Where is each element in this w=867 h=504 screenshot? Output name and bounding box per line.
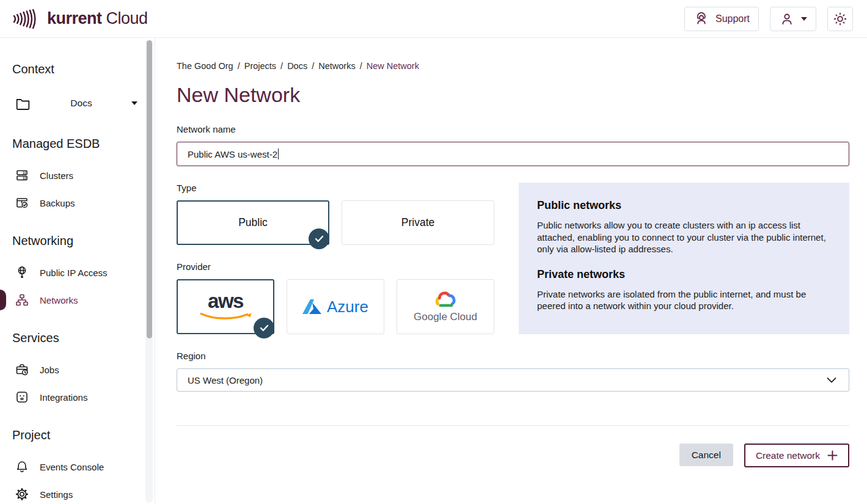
gear-icon (15, 487, 29, 502)
selected-check-badge (309, 228, 329, 249)
form-actions: Cancel Create network (177, 444, 849, 467)
sidebar-item-events-console[interactable]: Events Console (0, 458, 155, 476)
sidebar-heading-networking: Networking (12, 234, 155, 248)
sidebar-section-networking: Networking Public IP Access (0, 234, 155, 309)
sidebar: Context Docs Managed ESDB (0, 38, 155, 504)
check-icon (315, 235, 324, 243)
sidebar-item-label: Settings (40, 489, 73, 500)
page-title: New Network (177, 83, 849, 107)
context-project-selector[interactable]: Docs (15, 92, 137, 115)
theme-toggle-button[interactable] (827, 7, 853, 31)
network-name-value: Public AWS us-west-2 (188, 149, 277, 159)
type-label: Type (177, 183, 494, 193)
sidebar-item-label: Networks (40, 295, 78, 305)
region-label: Region (177, 351, 849, 361)
sidebar-item-label: Backups (40, 198, 75, 208)
user-icon (779, 11, 795, 27)
sidebar-item-networks[interactable]: Networks (0, 291, 155, 309)
provider-option-google-cloud[interactable]: Google Cloud (397, 279, 494, 334)
sidebar-item-clusters[interactable]: Clusters (0, 166, 155, 184)
breadcrumb: The Good Org/Projects/Docs/Networks/New … (177, 61, 849, 71)
breadcrumb-project-docs[interactable]: Docs (287, 61, 307, 71)
sidebar-section-context: Context Docs (0, 62, 155, 115)
azure-logo-text: Azure (327, 298, 368, 316)
create-network-button[interactable]: Create network (744, 444, 849, 467)
bell-icon (15, 459, 29, 474)
info-heading-private: Private networks (537, 268, 831, 281)
briefcase-clock-icon (15, 362, 29, 377)
active-indicator (0, 290, 6, 310)
aws-swoosh-icon (199, 312, 252, 321)
logo-wordmark: kurrentCloud (47, 9, 148, 28)
google-cloud-logo-text: Google Cloud (414, 311, 477, 323)
sun-icon (832, 11, 848, 27)
sidebar-item-settings[interactable]: Settings (0, 485, 155, 503)
sidebar-item-integrations[interactable]: Integrations (0, 388, 155, 406)
selected-check-badge (254, 318, 274, 338)
region-block: Region US West (Oregon) (177, 351, 849, 392)
sidebar-heading-services: Services (12, 331, 155, 345)
sidebar-heading-managed-esdb: Managed ESDB (12, 137, 155, 151)
top-bar: kurrentCloud Support (0, 0, 867, 38)
sidebar-item-label: Integrations (40, 392, 87, 403)
backups-icon (15, 195, 29, 210)
sidebar-item-label: Public IP Access (40, 268, 108, 278)
sidebar-item-label: Events Console (40, 462, 104, 472)
network-name-input[interactable]: Public AWS us-west-2 (177, 142, 849, 166)
breadcrumb-projects[interactable]: Projects (244, 61, 276, 71)
sidebar-scrollbar-track[interactable] (145, 39, 153, 503)
form-divider (177, 425, 849, 426)
aws-logo: aws (208, 293, 243, 310)
provider-option-aws[interactable]: aws (177, 279, 274, 334)
text-cursor (278, 148, 279, 159)
create-network-label: Create network (756, 450, 820, 461)
sidebar-item-label: Clusters (40, 170, 73, 181)
plus-icon (827, 450, 838, 461)
sidebar-item-public-ip-access[interactable]: Public IP Access (0, 263, 155, 282)
type-option-public[interactable]: Public (177, 200, 329, 245)
chevron-down-icon (131, 101, 137, 105)
breadcrumb-current: New Network (367, 61, 419, 71)
breadcrumb-networks[interactable]: Networks (318, 61, 355, 71)
sidebar-item-label: Jobs (40, 365, 59, 375)
network-name-label: Network name (177, 124, 849, 134)
azure-logo-icon (302, 299, 321, 314)
type-option-private[interactable]: Private (342, 200, 494, 245)
network-type-info-panel: Public networks Public networks allow yo… (519, 183, 849, 334)
sidebar-section-managed-esdb: Managed ESDB Clus (0, 137, 155, 212)
sidebar-section-project: Project Events Console (0, 428, 155, 503)
folder-icon (15, 96, 31, 111)
logo-waves-icon (12, 8, 40, 30)
sidebar-scrollbar-thumb[interactable] (147, 40, 152, 338)
context-selected-value: Docs (70, 98, 92, 109)
outlet-icon (15, 390, 29, 404)
topbar-actions: Support (684, 7, 853, 31)
google-cloud-logo-icon (433, 291, 458, 309)
sidebar-item-jobs[interactable]: Jobs (0, 360, 155, 379)
support-label: Support (715, 13, 750, 24)
sidebar-item-backups[interactable]: Backups (0, 194, 155, 212)
info-body-private: Private networks are isolated from the p… (537, 288, 831, 312)
sidebar-heading-project: Project (12, 428, 155, 442)
network-tree-icon (15, 293, 29, 307)
globe-node-icon (15, 265, 29, 280)
support-headset-icon (693, 11, 709, 27)
type-options: Public Private (177, 200, 494, 245)
info-heading-public: Public networks (537, 199, 831, 212)
app-window: kurrentCloud Support (0, 0, 867, 504)
region-select[interactable]: US West (Oregon) (177, 368, 849, 392)
breadcrumb-org[interactable]: The Good Org (177, 61, 233, 71)
sidebar-heading-context: Context (12, 62, 155, 76)
region-selected-value: US West (Oregon) (188, 375, 263, 385)
provider-option-azure[interactable]: Azure (287, 279, 384, 334)
type-provider-column: Type Public Private (177, 183, 494, 334)
provider-label: Provider (177, 261, 494, 272)
kurrent-cloud-logo[interactable]: kurrentCloud (12, 8, 148, 30)
clusters-icon (15, 168, 29, 183)
support-button[interactable]: Support (684, 7, 759, 31)
cancel-button[interactable]: Cancel (679, 444, 733, 466)
user-menu-button[interactable] (770, 7, 816, 31)
check-icon (260, 324, 269, 332)
chevron-down-icon (827, 378, 836, 383)
chevron-down-icon (801, 17, 807, 21)
